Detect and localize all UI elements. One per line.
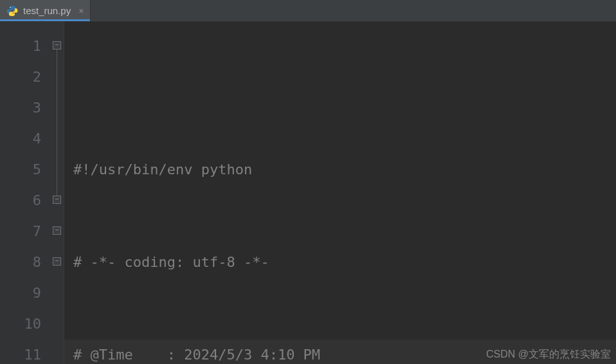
fold-toggle-icon[interactable]: − [53,226,61,235]
line-number: 1 [0,31,41,62]
fold-toggle-icon[interactable]: − [53,257,61,266]
comment-shebang: #!/usr/bin/env python [73,161,252,177]
line-number-gutter: 1 2 3 4 5 6 7 8 9 10 11 [0,22,50,364]
fold-toggle-icon[interactable]: − [53,41,61,50]
line-number: 4 [0,123,41,154]
line-number: 2 [0,62,41,93]
line-number: 5 [0,154,41,185]
code-editor[interactable]: 1 2 3 4 5 6 7 8 9 10 11 − − − − #!/usr/b… [0,22,616,364]
comment-coding: # -*- coding: utf-8 -*- [73,254,269,270]
comment-time-label: # @Time : [73,347,184,363]
svg-point-0 [10,6,10,7]
svg-point-1 [14,14,14,14]
file-tab[interactable]: test_run.py × [0,0,91,21]
line-number: 3 [0,93,41,123]
close-tab-icon[interactable]: × [78,6,84,16]
tab-bar: test_run.py × [0,0,616,22]
line-number: 11 [0,340,41,364]
fold-guide [57,44,57,205]
line-number: 10 [0,309,41,340]
code-area[interactable]: #!/usr/bin/env python # -*- coding: utf-… [64,22,616,364]
line-number: 6 [0,185,41,216]
fold-toggle-icon[interactable]: − [53,196,61,204]
tab-filename: test_run.py [23,5,71,16]
comment-time-value: 2024/5/3 4:10 PM [184,347,320,363]
line-number: 8 [0,247,41,278]
fold-gutter: − − − − [50,22,64,364]
python-file-icon [6,5,18,17]
line-number: 9 [0,278,41,309]
line-number: 7 [0,216,41,247]
